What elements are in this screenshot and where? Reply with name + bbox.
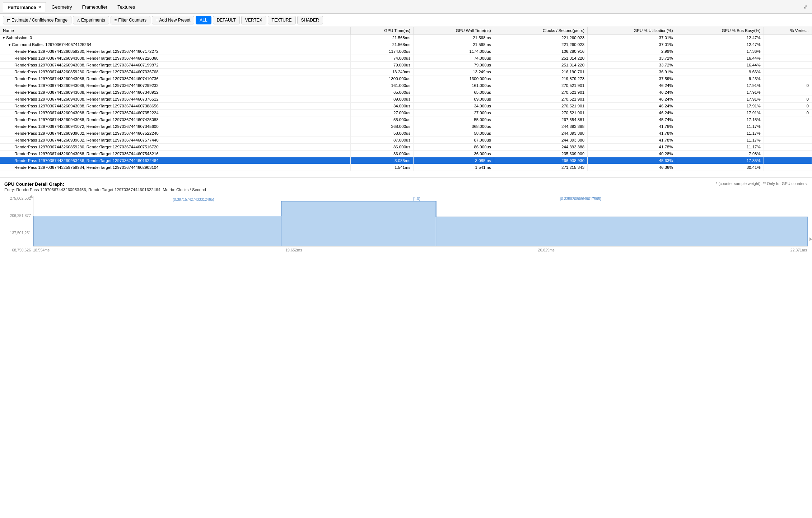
cell-value: 17.91% bbox=[676, 96, 764, 103]
add-preset-button[interactable]: + Add New Preset bbox=[152, 16, 194, 24]
cell-value: 45.63% bbox=[588, 157, 676, 164]
graph-canvas: (0.397157427433312465) (1.0) (0.33582086… bbox=[33, 196, 808, 246]
cell-value: 37.01% bbox=[588, 41, 676, 48]
table-row[interactable]: RenderPass 12970367443260943088, RenderT… bbox=[0, 89, 812, 96]
tab-geometry[interactable]: Geometry bbox=[47, 2, 76, 12]
expand-icon[interactable]: ⤢ bbox=[802, 3, 809, 11]
table-row[interactable]: RenderPass 12970367443260943088, RenderT… bbox=[0, 151, 812, 157]
table-row[interactable]: RenderPass 12970367443259759984, RenderT… bbox=[0, 164, 812, 171]
cell-value: 55.000us bbox=[414, 116, 494, 123]
cell-value: 55.000us bbox=[350, 116, 413, 123]
cell-value: 46.24% bbox=[588, 96, 676, 103]
graph-title: GPU Counter Detail Graph: bbox=[4, 181, 808, 187]
filter-button[interactable]: ≡ Filter Counters bbox=[111, 16, 150, 24]
table-row[interactable]: RenderPass 12970367443260943088, RenderT… bbox=[0, 103, 812, 110]
cell-value: 27.000us bbox=[350, 110, 413, 116]
table-row[interactable]: RenderPass 12970367443260943088, RenderT… bbox=[0, 110, 812, 116]
cell-name: RenderPass 12970367443260859280, RenderT… bbox=[0, 144, 350, 151]
cell-value: 3.085ms bbox=[350, 157, 413, 164]
tab-framebuffer[interactable]: Framebuffer bbox=[78, 2, 112, 12]
y-label-3: 68,750,626 bbox=[12, 248, 31, 252]
cell-value: 58.000us bbox=[350, 130, 413, 137]
col-gpu-wall[interactable]: GPU Wall Time(ns) bbox=[414, 27, 494, 34]
cell-name: ▾Command Buffer: 12970367440574125264 bbox=[0, 41, 350, 48]
cell-value: 13.249ms bbox=[350, 69, 413, 75]
cell-value: 34.000us bbox=[350, 103, 413, 110]
cell-name: RenderPass 12970367443260943088, RenderT… bbox=[0, 103, 350, 110]
cell-value: 74.000us bbox=[350, 55, 413, 62]
estimate-button[interactable]: ⇄ Estimate / Confidence Range bbox=[3, 16, 71, 24]
table-row[interactable]: ▾Command Buffer: 1297036744057412526421.… bbox=[0, 41, 812, 48]
cell-value: 17.15% bbox=[676, 116, 764, 123]
col-gpu-time[interactable]: GPU Time(ns) bbox=[350, 27, 413, 34]
col-vertex[interactable]: % Verte… bbox=[764, 27, 812, 34]
table-row[interactable]: RenderPass 12970367443260943088, RenderT… bbox=[0, 75, 812, 82]
cell-value: 87.000us bbox=[414, 137, 494, 144]
cell-value: 46.24% bbox=[588, 110, 676, 116]
cell-value: 11.17% bbox=[676, 137, 764, 144]
cell-value bbox=[764, 123, 812, 130]
cell-value: 270,521,901 bbox=[494, 82, 587, 89]
table-row[interactable]: RenderPass 12970367443260943088, RenderT… bbox=[0, 62, 812, 69]
cell-value: 87.000us bbox=[350, 137, 413, 144]
cell-value bbox=[764, 130, 812, 137]
preset-default[interactable]: DEFAULT bbox=[213, 16, 240, 24]
x-axis-arrow bbox=[809, 237, 812, 241]
cell-value bbox=[764, 157, 812, 164]
experiments-icon: △ bbox=[77, 18, 80, 23]
preset-all[interactable]: ALL bbox=[196, 16, 211, 24]
col-bus-busy[interactable]: GPU % Bus Busy(%) bbox=[676, 27, 764, 34]
table-row[interactable]: ▾Submission: 021.568ms21.568ms221,260,02… bbox=[0, 34, 812, 41]
cell-value: 244,393,388 bbox=[494, 144, 587, 151]
x-label-3: 22.371ms bbox=[790, 248, 807, 252]
graph-y-labels: 275,002,502 206,251,877 137,501,251 68,7… bbox=[4, 196, 32, 252]
cell-value: 17.35% bbox=[676, 157, 764, 164]
table-row[interactable]: RenderPass 12970367443260943088, RenderT… bbox=[0, 116, 812, 123]
cell-value: 17.91% bbox=[676, 103, 764, 110]
cell-value: 36.000us bbox=[350, 151, 413, 157]
tab-textures[interactable]: Textures bbox=[113, 2, 140, 12]
preset-vertex[interactable]: VERTEX bbox=[241, 16, 266, 24]
cell-name: RenderPass 12970367443260859280, RenderT… bbox=[0, 48, 350, 55]
table-row[interactable]: RenderPass 12970367443260939632, RenderT… bbox=[0, 130, 812, 137]
table-row[interactable]: RenderPass 12970367443260941072, RenderT… bbox=[0, 123, 812, 130]
preset-texture[interactable]: TEXTURE bbox=[268, 16, 296, 24]
graph-wrapper: 275,002,502 206,251,877 137,501,251 68,7… bbox=[4, 196, 808, 263]
preset-shader[interactable]: SHADER bbox=[297, 16, 323, 24]
table-row[interactable]: RenderPass 12970367443260943088, RenderT… bbox=[0, 55, 812, 62]
cell-name: RenderPass 12970367443260939632, RenderT… bbox=[0, 130, 350, 137]
table-row[interactable]: RenderPass 12970367443260943088, RenderT… bbox=[0, 96, 812, 103]
tab-performance[interactable]: Performance ✕ bbox=[3, 2, 46, 12]
cell-value: 1300.000us bbox=[414, 75, 494, 82]
table-row[interactable]: RenderPass 12970367443260859280, RenderT… bbox=[0, 69, 812, 75]
close-performance-tab[interactable]: ✕ bbox=[38, 5, 41, 10]
cell-value: 221,260,023 bbox=[494, 34, 587, 41]
table-row[interactable]: RenderPass 12970367443260953456, RenderT… bbox=[0, 157, 812, 164]
cell-name: RenderPass 12970367443260943088, RenderT… bbox=[0, 116, 350, 123]
experiments-button[interactable]: △ Experiments bbox=[73, 16, 109, 24]
table-row[interactable]: RenderPass 12970367443260943088, RenderT… bbox=[0, 82, 812, 89]
tab-bar: Performance ✕ Geometry Framebuffer Textu… bbox=[0, 0, 812, 14]
col-utilization[interactable]: GPU % Utilization(%) bbox=[588, 27, 676, 34]
cell-value: 86.000us bbox=[350, 144, 413, 151]
cell-value: 37.01% bbox=[588, 34, 676, 41]
col-name[interactable]: Name bbox=[0, 27, 350, 34]
cell-value: 368.000us bbox=[414, 123, 494, 130]
cell-value bbox=[764, 41, 812, 48]
cell-value bbox=[764, 69, 812, 75]
table-row[interactable]: RenderPass 12970367443260939632, RenderT… bbox=[0, 137, 812, 144]
cell-value: 21.568ms bbox=[414, 34, 494, 41]
cell-value: 219,879,273 bbox=[494, 75, 587, 82]
table-row[interactable]: RenderPass 12970367443260859280, RenderT… bbox=[0, 48, 812, 55]
cell-value bbox=[764, 48, 812, 55]
filter-label: Filter Counters bbox=[118, 18, 146, 23]
cell-value: 368.000us bbox=[350, 123, 413, 130]
table-row[interactable]: RenderPass 12970367443260859280, RenderT… bbox=[0, 144, 812, 151]
cell-value: 33.72% bbox=[588, 62, 676, 69]
col-clocks[interactable]: Clocks / Second(per s) bbox=[494, 27, 587, 34]
cell-name: RenderPass 12970367443260939632, RenderT… bbox=[0, 137, 350, 144]
cell-value: 1.541ms bbox=[414, 164, 494, 171]
cell-value bbox=[764, 144, 812, 151]
cell-value: 12.47% bbox=[676, 41, 764, 48]
cell-value: 244,393,388 bbox=[494, 137, 587, 144]
